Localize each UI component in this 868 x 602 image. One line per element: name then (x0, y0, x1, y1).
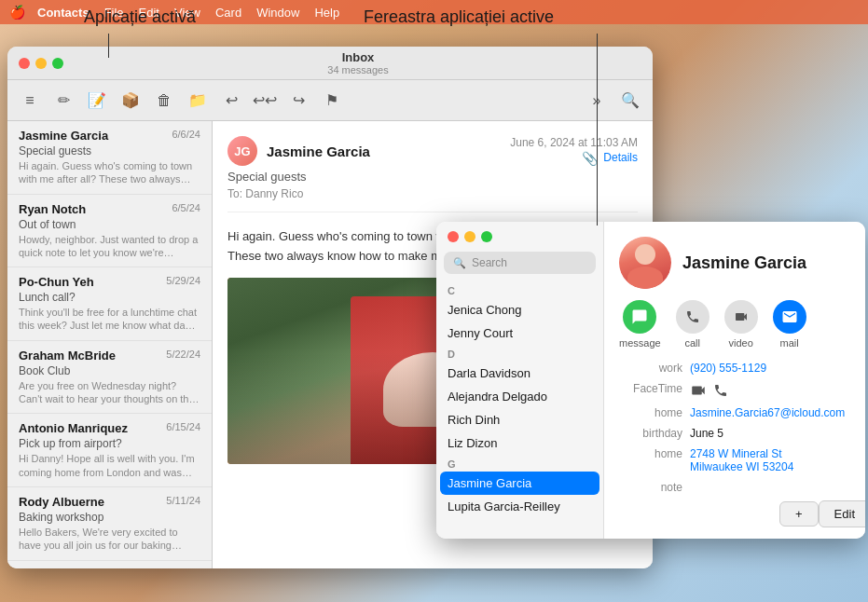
field-birthday-value: June 5 (690, 427, 850, 440)
contact-jasmine-garcia[interactable]: Jasmine Garcia (440, 472, 599, 495)
maximize-button[interactable] (52, 58, 63, 69)
contact-jenny-court[interactable]: Jenny Court (436, 322, 603, 345)
field-home-email: home Jasmine.Garcia67@icloud.com (619, 406, 850, 419)
details-link[interactable]: Details (603, 151, 638, 166)
contacts-search-bar[interactable]: 🔍 Search (444, 252, 596, 274)
field-note: note (619, 481, 850, 494)
contact-detail-header: Jasmine Garcia (619, 237, 850, 289)
contacts-traffic-lights (436, 222, 603, 252)
forward-icon[interactable]: ↪ (287, 89, 310, 112)
contact-actions: message call video mail (619, 300, 850, 349)
field-work-label: work (619, 362, 682, 375)
folder-icon[interactable]: 📁 (186, 89, 209, 112)
action-call-label: call (684, 337, 700, 349)
field-note-value (690, 481, 850, 494)
contact-detail-panel: Jasmine Garcia message call video (604, 222, 865, 539)
edit-contact-button[interactable]: Edit (819, 500, 865, 527)
open-message-subject: Special guests (227, 170, 370, 184)
contact-footer: + Edit (779, 500, 854, 527)
mail-item-rody[interactable]: Rody Albuerne 5/11/24 Baking workshop He… (7, 487, 212, 561)
mail-item-jasmine[interactable]: Jasmine Garcia 6/6/24 Special guests Hi … (7, 121, 212, 195)
contact-jenica-chong[interactable]: Jenica Chong (436, 298, 603, 322)
group-label-d: D (436, 345, 603, 362)
attachment-icon: 📎 (582, 151, 598, 166)
contact-rich-dinh[interactable]: Rich Dinh (436, 408, 603, 431)
contact-alejandra-delgado[interactable]: Alejandra Delgado (436, 385, 603, 408)
action-call-btn[interactable]: call (676, 300, 710, 349)
minimize-button[interactable] (35, 58, 47, 69)
menu-help[interactable]: Help (307, 4, 347, 21)
mail-item-fleur[interactable]: Fleur Lasseur 5/10/24 Soccer jerseys Are… (7, 561, 212, 568)
open-message-sender: Jasmine Garcia (267, 144, 370, 159)
menubar: 🍎 Contacts File Edit View Card Window He… (0, 0, 868, 24)
search-icon[interactable]: 🔍 (619, 89, 641, 112)
action-video-btn[interactable]: video (724, 300, 758, 349)
field-birthday: birthday June 5 (619, 427, 850, 440)
action-mail-label: mail (780, 337, 799, 349)
field-home-address: home 2748 W Mineral St Milwaukee WI 5320… (619, 447, 850, 473)
flag-icon[interactable]: ⚑ (321, 89, 343, 112)
mail-item-graham[interactable]: Graham McBride 5/22/24 Book Club Are you… (7, 341, 212, 415)
search-placeholder: Search (472, 256, 507, 269)
field-home-address-value[interactable]: 2748 W Mineral St Milwaukee WI 53204 (690, 447, 850, 473)
reply-all-icon[interactable]: ↩↩ (254, 89, 276, 112)
menu-window[interactable]: Window (249, 4, 307, 21)
field-birthday-label: birthday (619, 427, 682, 440)
call-icon (676, 300, 710, 334)
contacts-maximize-button[interactable] (481, 231, 492, 242)
close-button[interactable] (19, 58, 30, 69)
contacts-minimize-button[interactable] (464, 231, 475, 242)
contact-darla-davidson[interactable]: Darla Davidson (436, 362, 603, 385)
contacts-close-button[interactable] (448, 231, 459, 242)
mail-sidebar: Jasmine Garcia 6/6/24 Special guests Hi … (7, 121, 213, 568)
field-note-label: note (619, 481, 682, 494)
field-home-address-label: home (619, 447, 682, 473)
new-message-icon[interactable]: 📝 (86, 89, 108, 112)
contacts-window: 🔍 Search C Jenica Chong Jenny Court D Da… (436, 222, 865, 539)
contacts-list-panel: 🔍 Search C Jenica Chong Jenny Court D Da… (436, 222, 604, 539)
apple-menu[interactable]: 🍎 (7, 3, 26, 21)
contact-liz-dizon[interactable]: Liz Dizon (436, 431, 603, 455)
group-label-g: G (436, 455, 603, 472)
action-message-label: message (619, 337, 661, 349)
contact-avatar (619, 237, 671, 289)
action-message-btn[interactable]: message (619, 300, 661, 349)
add-field-button[interactable]: + (779, 501, 819, 527)
inbox-title: Inbox (342, 50, 375, 64)
trash-icon[interactable]: 🗑 (153, 89, 175, 112)
mail-icon (773, 300, 806, 334)
field-work-value[interactable]: (920) 555-1129 (690, 362, 850, 375)
search-icon: 🔍 (453, 257, 466, 269)
message-icon (623, 300, 656, 334)
field-facetime-value[interactable] (690, 382, 850, 399)
field-home-email-value[interactable]: Jasmine.Garcia67@icloud.com (690, 406, 850, 419)
menu-view[interactable]: View (167, 4, 208, 21)
mail-content-header: JG Jasmine Garcia Special guests To: Dan… (227, 136, 638, 212)
menu-card[interactable]: Card (208, 4, 249, 21)
contact-name: Jasmine Garcia (682, 253, 806, 273)
group-label-c: C (436, 281, 603, 298)
more-icon[interactable]: » (586, 89, 608, 112)
action-mail-btn[interactable]: mail (773, 300, 806, 349)
menu-file[interactable]: File (97, 4, 131, 21)
field-facetime-label: FaceTime (619, 382, 682, 399)
sidebar-toggle-icon[interactable]: ≡ (19, 89, 41, 112)
mail-titlebar: Inbox 34 messages (7, 47, 653, 80)
compose-icon[interactable]: ✏ (52, 89, 75, 112)
reply-icon[interactable]: ↩ (220, 89, 242, 112)
video-icon (724, 300, 758, 334)
field-work: work (920) 555-1129 (619, 362, 850, 375)
menu-contacts[interactable]: Contacts (30, 4, 97, 21)
mail-toolbar: ≡ ✏ 📝 📦 🗑 📁 ↩ ↩↩ ↪ ⚑ » 🔍 (7, 80, 653, 121)
mail-item-antonio[interactable]: Antonio Manriquez 6/15/24 Pick up from a… (7, 414, 212, 487)
open-message-to: To: Danny Rico (227, 187, 370, 200)
menu-edit[interactable]: Edit (131, 4, 167, 21)
archive-icon[interactable]: 📦 (119, 89, 142, 112)
inbox-subtitle: 34 messages (327, 64, 388, 75)
contact-lupita-garcia[interactable]: Lupita Garcia-Reilley (436, 495, 603, 518)
mail-item-pochun[interactable]: Po-Chun Yeh 5/29/24 Lunch call? Think yo… (7, 267, 212, 341)
field-home-email-label: home (619, 406, 682, 419)
traffic-lights (19, 58, 63, 69)
open-message-date: June 6, 2024 at 11:03 AM (510, 136, 638, 149)
mail-item-ryan[interactable]: Ryan Notch 6/5/24 Out of town Howdy, nei… (7, 195, 212, 268)
